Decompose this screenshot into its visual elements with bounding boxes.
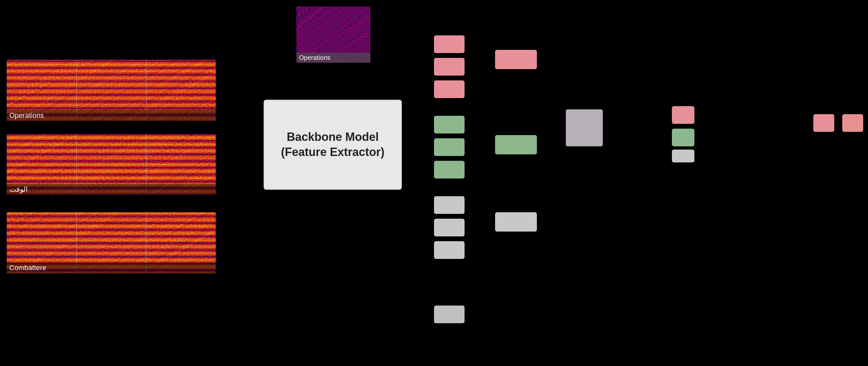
spectrogram-alwaqt: الوقت (7, 134, 216, 195)
spectrogram-label-1: Operations (7, 110, 216, 121)
feature-block-gray-2 (434, 219, 465, 236)
feature-block-green-3 (434, 161, 465, 179)
feature-block-pink-col6 (842, 114, 863, 132)
feature-block-pink-3 (434, 81, 465, 98)
feature-block-gray-square (566, 109, 603, 146)
backbone-model-box: Backbone Model (Feature Extractor) (264, 100, 402, 190)
feature-block-gray-bottom (434, 306, 465, 323)
backbone-title-line1: Backbone Model (287, 130, 379, 144)
top-spectrogram-label: Operations (297, 53, 370, 63)
feature-block-gray-3 (434, 241, 465, 259)
feature-block-green-1 (434, 116, 465, 133)
spectrogram-label-2: الوقت (7, 184, 216, 195)
feature-block-pink-col5 (813, 114, 834, 132)
top-spectrogram: Operations (297, 6, 370, 63)
feature-block-pink-2 (434, 58, 465, 75)
feature-block-green-2 (434, 138, 465, 156)
backbone-title-line2: (Feature Extractor) (281, 145, 384, 158)
feature-block-pink-1 (434, 35, 465, 53)
spectrogram-operations: Operations (7, 60, 216, 121)
feature-block-pink-col2 (495, 50, 537, 69)
feature-block-gray-col4 (672, 150, 694, 162)
feature-block-green-col2 (495, 135, 537, 154)
feature-block-green-col4 (672, 129, 694, 146)
feature-block-pink-col4-1 (672, 106, 694, 124)
feature-block-gray-1 (434, 196, 465, 214)
feature-block-gray-col2 (495, 212, 537, 232)
backbone-model-text: Backbone Model (Feature Extractor) (281, 130, 384, 160)
spectrogram-label-3: Combattere (7, 263, 216, 273)
spectrogram-combattere: Combattere (7, 212, 216, 273)
